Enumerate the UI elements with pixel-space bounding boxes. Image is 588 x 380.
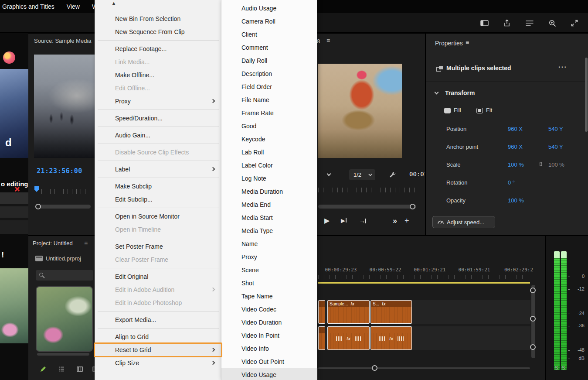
menu-item-audio-gain[interactable]: Audio Gain... bbox=[95, 129, 221, 142]
metadata-item-log-note[interactable]: Log Note bbox=[221, 172, 317, 185]
menu-item-edit-subclip[interactable]: Edit Subclip... bbox=[95, 193, 221, 206]
menubar-item-graphics-and-titles[interactable]: Graphics and Titles bbox=[0, 0, 61, 13]
metadata-item-proxy[interactable]: Proxy bbox=[221, 250, 317, 264]
menu-item-proxy[interactable]: Proxy bbox=[95, 95, 221, 108]
metadata-item-client[interactable]: Client bbox=[221, 28, 317, 41]
menu-item-speed-duration[interactable]: Speed/Duration... bbox=[95, 112, 221, 125]
adjust-speed-button[interactable]: Adjust speed... bbox=[432, 216, 495, 228]
new-item-icon[interactable] bbox=[91, 365, 95, 373]
panel-menu-icon[interactable]: ≡ bbox=[326, 37, 330, 44]
metadata-item-tape-name[interactable]: Tape Name bbox=[221, 290, 317, 303]
play-to-out-button[interactable]: → bbox=[359, 216, 366, 226]
menu-item-open-in-source-monitor[interactable]: Open in Source Monitor bbox=[95, 210, 221, 223]
source-ruler-ticks[interactable] bbox=[41, 189, 89, 194]
fx-badge[interactable]: fx bbox=[347, 336, 350, 341]
timeline-ruler[interactable]: 00:00:29:2300:00:59:2200:01:29:2100:01:5… bbox=[317, 267, 545, 273]
menu-item-new-sequence-from-clip[interactable]: New Sequence From Clip bbox=[95, 25, 221, 38]
work-area-bar[interactable] bbox=[318, 282, 530, 284]
menu-item-label[interactable]: Label bbox=[95, 163, 221, 176]
property-value-scale-1[interactable]: 100 % bbox=[548, 161, 564, 168]
fx-badge[interactable]: fx bbox=[389, 336, 393, 341]
property-value-position-0[interactable]: 960 X bbox=[508, 126, 523, 132]
fullscreen-icon[interactable] bbox=[569, 18, 580, 28]
menu-item-reset-to-grid[interactable]: Reset to Grid bbox=[95, 343, 221, 356]
metadata-item-good[interactable]: Good bbox=[221, 120, 317, 133]
metadata-item-media-type[interactable]: Media Type bbox=[221, 224, 317, 237]
metadata-item-name[interactable]: Name bbox=[221, 237, 317, 250]
fill-button[interactable]: Fill bbox=[454, 107, 461, 113]
transform-section-header[interactable]: Transform bbox=[445, 89, 475, 96]
metadata-item-media-end[interactable]: Media End bbox=[221, 198, 317, 211]
menu-item-make-subclip[interactable]: Make Subclip bbox=[95, 180, 221, 193]
play-button[interactable]: ▶ bbox=[324, 216, 330, 226]
track-handle[interactable] bbox=[530, 344, 536, 350]
edit-pencil-icon[interactable] bbox=[39, 365, 48, 373]
timeline-audio-clip[interactable] bbox=[318, 326, 325, 350]
property-value-opacity-0[interactable]: 100 % bbox=[508, 197, 524, 204]
menu-item-edit-original[interactable]: Edit Original bbox=[95, 270, 221, 283]
list-view-icon[interactable] bbox=[57, 365, 66, 373]
menu-item-set-poster-frame[interactable]: Set Poster Frame bbox=[95, 240, 221, 253]
timeline-video-clip[interactable] bbox=[318, 300, 325, 324]
program-ruler-ticks[interactable] bbox=[318, 188, 418, 192]
program-scrollbar-handle[interactable] bbox=[410, 204, 415, 209]
menu-item-replace-footage[interactable]: Replace Footage... bbox=[95, 42, 221, 55]
panel-toggle-icon[interactable] bbox=[479, 18, 490, 28]
step-forward-button[interactable]: ▶ bbox=[341, 216, 347, 226]
channel-solo-button[interactable]: S bbox=[562, 365, 565, 370]
menu-item-export-media[interactable]: Export Media... bbox=[95, 313, 221, 326]
source-zoom-scrollbar[interactable] bbox=[37, 205, 91, 209]
metadata-item-video-info[interactable]: Video Info bbox=[221, 342, 317, 355]
timeline-video-clip[interactable]: Sample...fx bbox=[327, 300, 370, 324]
metadata-item-scene[interactable]: Scene bbox=[221, 264, 317, 277]
property-value-position-1[interactable]: 540 Y bbox=[548, 126, 563, 132]
menu-item-new-bin-from-selection[interactable]: New Bin From Selection bbox=[95, 12, 221, 25]
timeline-horizontal-scrollbar[interactable] bbox=[318, 367, 530, 369]
channel-solo-button[interactable]: S bbox=[555, 365, 558, 370]
fx-badge[interactable]: fx bbox=[350, 301, 354, 306]
metadata-item-camera-roll[interactable]: Camera Roll bbox=[221, 15, 317, 28]
fill-icon[interactable] bbox=[444, 108, 451, 113]
property-value-scale-0[interactable]: 100 % bbox=[508, 161, 524, 168]
property-value-anchor-point-1[interactable]: 540 Y bbox=[548, 144, 563, 150]
metadata-item-lab-roll[interactable]: Lab Roll bbox=[221, 146, 317, 159]
add-button[interactable]: + bbox=[404, 216, 409, 226]
metadata-item-shot[interactable]: Shot bbox=[221, 277, 317, 290]
panel-menu-icon[interactable]: ≡ bbox=[84, 240, 88, 246]
scroll-up-icon[interactable]: ▲ bbox=[107, 0, 120, 12]
property-value-anchor-point-0[interactable]: 960 X bbox=[508, 144, 523, 150]
chevron-down-icon[interactable] bbox=[435, 90, 439, 95]
chevron-down-icon[interactable] bbox=[327, 172, 331, 176]
fit-button[interactable]: Fit bbox=[486, 107, 492, 113]
menu-item-align-to-grid[interactable]: Align to Grid bbox=[95, 330, 221, 343]
metadata-item-description[interactable]: Description bbox=[221, 67, 317, 80]
playback-resolution-dropdown[interactable]: 1/2 bbox=[349, 169, 375, 180]
more-options-button[interactable]: ⋯ bbox=[558, 62, 567, 72]
track-handle[interactable] bbox=[530, 288, 536, 293]
search-input[interactable] bbox=[36, 270, 93, 281]
metadata-item-daily-roll[interactable]: Daily Roll bbox=[221, 54, 317, 67]
track-handle[interactable] bbox=[530, 316, 536, 322]
program-zoom-scrollbar[interactable] bbox=[318, 205, 416, 209]
share-export-icon[interactable] bbox=[501, 18, 513, 28]
timeline-video-clip[interactable]: S...fx bbox=[370, 300, 412, 324]
project-file-name[interactable]: Untitled.prproj bbox=[46, 255, 81, 262]
clip-thumbnail[interactable] bbox=[36, 286, 93, 352]
thumbnail-scrubber[interactable] bbox=[37, 353, 89, 356]
icon-view-icon[interactable] bbox=[75, 365, 84, 373]
fit-icon[interactable] bbox=[476, 108, 483, 113]
metadata-item-frame-rate[interactable]: Frame Rate bbox=[221, 106, 317, 120]
fx-badge[interactable]: fx bbox=[382, 301, 386, 306]
zoom-tool-icon[interactable] bbox=[547, 18, 558, 28]
properties-scrollbar[interactable] bbox=[585, 58, 588, 132]
menubar-item-view[interactable]: View bbox=[61, 0, 86, 13]
metadata-item-video-duration[interactable]: Video Duration bbox=[221, 316, 317, 329]
source-scrollbar-handle[interactable] bbox=[35, 204, 41, 209]
workspace-lines-icon[interactable] bbox=[524, 18, 535, 28]
metadata-item-comment[interactable]: Comment bbox=[221, 41, 317, 54]
tab-project[interactable]: Project: Untitled bbox=[33, 240, 73, 246]
timeline-scrollbar-handle[interactable] bbox=[372, 365, 377, 371]
settings-wrench-icon[interactable] bbox=[389, 171, 396, 180]
property-value-rotation-0[interactable]: 0 ° bbox=[508, 179, 515, 186]
source-playhead-icon[interactable] bbox=[34, 186, 39, 192]
